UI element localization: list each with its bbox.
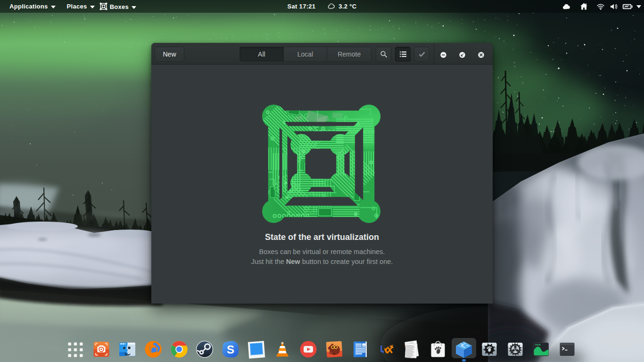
svg-text:S: S xyxy=(227,343,234,356)
